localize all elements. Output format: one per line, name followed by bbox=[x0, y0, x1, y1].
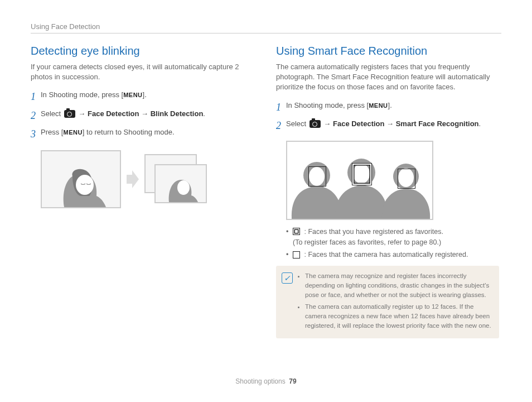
right-column: Using Smart Face Recognition The camera … bbox=[276, 45, 499, 377]
photo-closed-eyes bbox=[41, 150, 121, 208]
step-text: Press [ bbox=[41, 128, 63, 136]
smart-face-illustration bbox=[286, 141, 433, 220]
step-body: In Shooting mode, press [MENU]. bbox=[41, 90, 254, 104]
bold-text: Face Detection bbox=[333, 119, 384, 128]
section-title-smart: Using Smart Face Recognition bbox=[276, 45, 499, 58]
face-silhouette bbox=[156, 165, 206, 202]
menu-label: MENU bbox=[63, 129, 82, 136]
step-text: In Shooting mode, press [ bbox=[286, 101, 369, 109]
face-silhouette bbox=[42, 151, 120, 207]
bullet: • bbox=[286, 227, 293, 237]
step-text: ]. bbox=[143, 90, 147, 99]
arrow-text: → bbox=[76, 109, 88, 118]
bullet: • bbox=[286, 250, 293, 260]
header-rule bbox=[31, 33, 501, 34]
arrow-text: → bbox=[384, 119, 395, 128]
step-text: . bbox=[203, 109, 205, 118]
step-number: 1 bbox=[276, 100, 286, 114]
legend-line: : Faces that the camera has automaticall… bbox=[302, 251, 468, 259]
note-list: The camera may recognize and register fa… bbox=[297, 271, 492, 330]
bold-text: Blink Detection bbox=[151, 109, 204, 118]
step-text: ]. bbox=[388, 101, 392, 109]
step-number: 3 bbox=[31, 127, 41, 141]
camera-icon bbox=[309, 120, 321, 128]
step-text: Select bbox=[286, 119, 308, 128]
photo-stack bbox=[144, 154, 206, 204]
page-footer: Shooting options 79 bbox=[31, 377, 501, 385]
legend-subline: (To register faces as favorites, refer t… bbox=[293, 238, 441, 246]
menu-label: MENU bbox=[369, 102, 388, 109]
step-text: ] to return to Shooting mode. bbox=[83, 128, 175, 136]
left-column: Detecting eye blinking If your camera de… bbox=[31, 45, 254, 377]
note-box: ✓ The camera may recognize and register … bbox=[276, 266, 499, 338]
step-3: 3 Press [MENU] to return to Shooting mod… bbox=[31, 127, 254, 141]
legend-line: : Faces that you have registered as favo… bbox=[302, 228, 443, 236]
footer-section: Shooting options bbox=[235, 377, 285, 385]
face-box-legend: • : Faces that you have registered as fa… bbox=[286, 227, 499, 260]
face-box-single bbox=[308, 166, 326, 186]
camera-icon bbox=[64, 110, 75, 118]
face-box-single bbox=[398, 169, 415, 189]
legend-row-favorite: • : Faces that you have registered as fa… bbox=[286, 227, 499, 248]
bold-text: Smart Face Recognition bbox=[396, 119, 479, 128]
running-header: Using Face Detection bbox=[31, 22, 501, 31]
single-box-icon bbox=[293, 251, 300, 259]
manual-page: Using Face Detection Detecting eye blink… bbox=[0, 0, 532, 402]
step-number: 2 bbox=[276, 119, 286, 133]
svg-point-0 bbox=[76, 175, 94, 195]
arrow-text: → bbox=[139, 109, 150, 118]
blink-illustration bbox=[41, 150, 254, 208]
section-title-blink: Detecting eye blinking bbox=[31, 45, 254, 58]
legend-text: : Faces that the camera has automaticall… bbox=[293, 250, 468, 260]
legend-text: : Faces that you have registered as favo… bbox=[293, 227, 443, 248]
step-number: 1 bbox=[31, 90, 41, 104]
step-body: In Shooting mode, press [MENU]. bbox=[286, 100, 499, 114]
step-text: In Shooting mode, press [ bbox=[41, 90, 123, 99]
step-2: 2 Select → Face Detection → Smart Face R… bbox=[276, 119, 499, 133]
intro-smart: The camera automatically registers faces… bbox=[276, 62, 499, 93]
step-text: Select bbox=[41, 109, 63, 118]
double-box-icon bbox=[293, 228, 300, 235]
legend-row-auto: • : Faces that the camera has automatica… bbox=[286, 250, 499, 260]
step-body: Press [MENU] to return to Shooting mode. bbox=[41, 127, 254, 141]
svg-point-2 bbox=[177, 180, 190, 195]
note-item: The camera can automatically register up… bbox=[305, 302, 492, 330]
step-number: 2 bbox=[31, 109, 41, 123]
page-number: 79 bbox=[289, 377, 296, 385]
step-2: 2 Select → Face Detection → Blink Detect… bbox=[31, 109, 254, 123]
step-body: Select → Face Detection → Blink Detectio… bbox=[41, 109, 254, 123]
intro-blink: If your camera detects closed eyes, it w… bbox=[31, 62, 254, 82]
note-icon: ✓ bbox=[282, 272, 293, 284]
face-box-double bbox=[352, 163, 372, 185]
note-item: The camera may recognize and register fa… bbox=[305, 271, 492, 299]
step-text: . bbox=[479, 119, 481, 128]
photo-result-2 bbox=[154, 164, 207, 203]
columns: Detecting eye blinking If your camera de… bbox=[31, 45, 501, 377]
arrow-icon bbox=[125, 168, 140, 190]
arrow-text: → bbox=[322, 119, 333, 128]
step-1: 1 In Shooting mode, press [MENU]. bbox=[276, 100, 499, 114]
step-body: Select → Face Detection → Smart Face Rec… bbox=[286, 119, 499, 133]
step-1: 1 In Shooting mode, press [MENU]. bbox=[31, 90, 254, 104]
menu-label: MENU bbox=[123, 92, 142, 98]
bold-text: Face Detection bbox=[88, 109, 139, 118]
